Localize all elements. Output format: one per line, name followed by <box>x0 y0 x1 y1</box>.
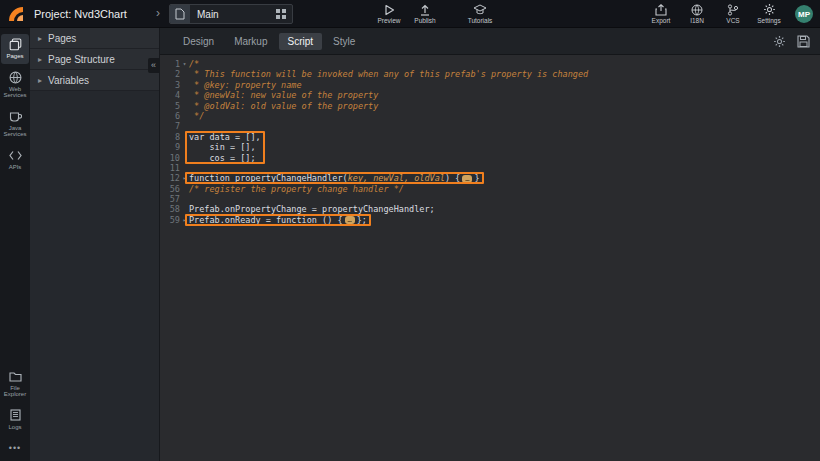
code-text: /* <box>189 59 199 69</box>
export-icon <box>655 3 667 16</box>
settings-label: Settings <box>757 17 781 24</box>
panel-section-label: Pages <box>48 33 76 44</box>
i18n-icon <box>691 3 703 16</box>
i18n-button[interactable]: I18N <box>680 3 714 24</box>
breadcrumb-chevron-icon: › <box>156 6 160 20</box>
editor-column: DesignMarkupScriptStyle 1▾/*2 * This fun… <box>160 28 820 461</box>
page-selector-value: Main <box>197 9 276 20</box>
sidebar-item-apis[interactable]: APIs <box>1 145 29 175</box>
fold-gutter <box>180 101 189 111</box>
preview-icon <box>383 3 395 16</box>
code-segment: var data = [], <box>189 132 261 142</box>
sidebar-item-label: File Explorer <box>2 385 29 398</box>
line-number: 6 <box>160 111 180 121</box>
apis-icon <box>9 149 22 162</box>
code-line: 3 * @key: property name <box>160 80 820 90</box>
pages-icon <box>9 38 22 51</box>
caret-icon: ▸ <box>38 34 48 43</box>
tutorials-button[interactable]: Tutorials <box>460 3 500 24</box>
export-label: Export <box>652 17 671 24</box>
tab-design[interactable]: Design <box>174 33 223 50</box>
vcs-icon <box>727 3 739 16</box>
code-segment: } <box>474 173 479 183</box>
project-title: Project: Nvd3Chart <box>34 8 127 20</box>
code-segment: */ <box>189 111 204 121</box>
fold-caret-icon[interactable]: ▸ <box>180 215 189 225</box>
code-line: 7 <box>160 121 820 131</box>
settings-button[interactable]: Settings <box>752 3 786 24</box>
line-number: 3 <box>160 80 180 90</box>
code-line: 6 */ <box>160 111 820 121</box>
line-number: 9 <box>160 142 180 152</box>
line-number: 11 <box>160 163 180 173</box>
page-icon <box>170 5 190 23</box>
code-segment: ) { <box>445 173 460 183</box>
publish-icon <box>419 3 431 16</box>
code-text: * @key: property name <box>189 80 302 90</box>
sidebar-item-logs[interactable]: Logs <box>1 405 29 435</box>
fold-gutter <box>180 204 189 214</box>
fold-gutter <box>180 121 189 131</box>
code-line: 8var data = [], <box>160 132 820 142</box>
vcs-button[interactable]: VCS <box>716 3 750 24</box>
line-number: 56 <box>160 184 180 194</box>
export-button[interactable]: Export <box>644 3 678 24</box>
sidebar-item-web-services[interactable]: Web Services <box>1 67 29 103</box>
sidebar-item-pages[interactable]: Pages <box>1 34 29 64</box>
fold-badge[interactable]: … <box>345 216 355 224</box>
code-line: 59▸Prefab.onReady = function () {…}; <box>160 215 820 225</box>
save-icon[interactable] <box>797 35 810 48</box>
tab-style[interactable]: Style <box>324 33 364 50</box>
code-text: var data = [], <box>189 132 261 142</box>
wavemaker-logo-icon[interactable] <box>7 5 25 23</box>
code-line: 4 * @newVal: new value of the property <box>160 90 820 100</box>
code-text: * @oldVal: old value of the property <box>189 101 378 111</box>
line-number: 59 <box>160 215 180 225</box>
panel-section-pages[interactable]: ▸ Pages <box>30 28 159 49</box>
app-window: Project: Nvd3Chart › Main Preview <box>0 0 820 461</box>
code-text: Prefab.onPropertyChange = propertyChange… <box>189 204 435 214</box>
web-services-icon <box>9 71 22 84</box>
user-avatar[interactable]: MP <box>795 5 813 23</box>
line-number: 12 <box>160 173 180 183</box>
page-selector[interactable]: Main <box>169 4 293 24</box>
code-text: * @newVal: new value of the property <box>189 90 378 100</box>
code-segment: sin = [], <box>189 142 256 152</box>
fold-gutter <box>180 90 189 100</box>
code-segment: * @key: property name <box>189 80 302 90</box>
code-line: 58Prefab.onPropertyChange = propertyChan… <box>160 204 820 214</box>
logs-icon <box>10 409 21 422</box>
fold-gutter <box>180 132 189 142</box>
fold-gutter <box>180 142 189 152</box>
sidebar-item-java-services[interactable]: Java Services <box>1 106 29 142</box>
fold-caret-icon[interactable]: ▾ <box>180 59 189 69</box>
line-number: 4 <box>160 90 180 100</box>
preview-button[interactable]: Preview <box>372 3 406 24</box>
sidebar-item-label: Web Services <box>2 86 29 99</box>
tab-script[interactable]: Script <box>279 33 323 50</box>
code-line: 2 * This function will be invoked when a… <box>160 69 820 79</box>
line-number: 5 <box>160 101 180 111</box>
code-segment: cos = []; <box>189 153 256 163</box>
code-editor[interactable]: 1▾/*2 * This function will be invoked wh… <box>160 55 820 461</box>
code-line: 57 <box>160 194 820 204</box>
code-segment: key, newVal, oldVal <box>348 173 445 183</box>
tab-markup[interactable]: Markup <box>225 33 276 50</box>
file-explorer-icon <box>9 370 22 383</box>
code-line: 10 cos = []; <box>160 153 820 163</box>
line-number: 57 <box>160 194 180 204</box>
sidebar-item-file-explorer[interactable]: File Explorer <box>1 366 29 402</box>
fold-caret-icon[interactable]: ▸ <box>180 173 189 183</box>
grid-icon[interactable] <box>276 9 286 19</box>
side-panel: ▸ Pages ▸ Page Structure ▸ Variables « <box>30 28 160 461</box>
fold-badge[interactable]: … <box>462 175 472 183</box>
collapse-panel-button[interactable]: « <box>148 58 159 73</box>
editor-tabbar: DesignMarkupScriptStyle <box>160 28 820 55</box>
publish-button[interactable]: Publish <box>408 3 442 24</box>
more-menu-icon[interactable]: ••• <box>9 443 21 453</box>
code-text: function propertyChangeHandler(key, newV… <box>189 173 480 183</box>
script-settings-gear-icon[interactable] <box>773 35 786 48</box>
line-number: 8 <box>160 132 180 142</box>
panel-section-variables[interactable]: ▸ Variables <box>30 70 159 91</box>
panel-section-page-structure[interactable]: ▸ Page Structure <box>30 49 159 70</box>
